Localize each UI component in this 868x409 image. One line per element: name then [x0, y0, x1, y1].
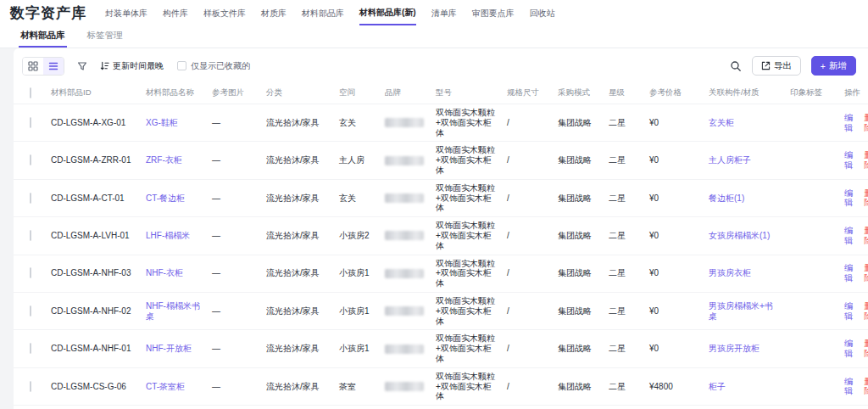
related-component-link[interactable]: 主人房柜子: [709, 155, 751, 165]
cell-ref-image: —: [212, 268, 220, 277]
select-all-checkbox[interactable]: [30, 87, 31, 98]
list-view-button[interactable]: [43, 58, 64, 75]
edit-action[interactable]: 编辑: [844, 113, 857, 133]
related-component-link[interactable]: 男孩房衣柜: [709, 268, 751, 277]
view-toggle: [22, 57, 64, 76]
cell-model: 双饰面实木颗粒+双饰面实木柜体: [429, 104, 500, 142]
cell-material-id: CD-LGSM-A-NHF-02: [44, 292, 139, 329]
edit-action[interactable]: 编辑: [844, 301, 857, 322]
nav-item-0[interactable]: 封装单体库: [105, 1, 147, 25]
cell-brand: [378, 367, 429, 405]
nav-item-2[interactable]: 样板文件库: [203, 1, 246, 25]
cell-star-level: 二星: [602, 292, 643, 329]
nav-item-3[interactable]: 材质库: [261, 1, 287, 25]
related-component-link[interactable]: 男孩房榻榻米+书桌: [709, 301, 773, 321]
tab-0[interactable]: 材料部品库: [19, 25, 67, 48]
nav-item-4[interactable]: 材料部品库: [302, 1, 344, 25]
related-component-link[interactable]: 柜子: [709, 382, 726, 391]
material-name-link[interactable]: ZRF-衣柜: [146, 155, 182, 165]
favorites-filter[interactable]: 仅显示已收藏的: [177, 60, 250, 72]
cell-impression-tags: [783, 330, 837, 367]
sort-control[interactable]: 更新时间最晚: [100, 60, 164, 72]
add-button[interactable]: + 新增: [811, 56, 856, 76]
column-header-9: 星级: [602, 82, 643, 104]
related-component-link[interactable]: 女孩房榻榻米(1): [709, 231, 770, 240]
cell-price: ¥0: [643, 330, 702, 367]
material-name-link[interactable]: CT-茶室柜: [146, 382, 185, 391]
cell-material-id: CD-LGSM-A-XG-01: [44, 104, 139, 142]
column-header-8: 采购模式: [551, 82, 602, 104]
row-checkbox[interactable]: [30, 230, 31, 241]
cell-brand: [378, 255, 429, 292]
nav-item-7[interactable]: 审图要点库: [472, 1, 515, 25]
delete-action[interactable]: 删除: [865, 377, 868, 397]
column-header-6: 型号: [429, 82, 500, 104]
delete-action[interactable]: 删除: [865, 113, 868, 133]
row-actions: 编辑 删除: [844, 226, 868, 246]
edit-action[interactable]: 编辑: [844, 188, 857, 209]
search-button[interactable]: [730, 60, 742, 72]
row-checkbox[interactable]: [30, 381, 31, 392]
cell-impression-tags: [783, 179, 837, 216]
cell-impression-tags: [783, 142, 837, 179]
cell-purchase-mode: 集团战略: [551, 292, 602, 329]
nav-item-6[interactable]: 清单库: [431, 1, 457, 25]
cell-ref-image: —: [212, 118, 220, 127]
nav-item-1[interactable]: 构件库: [163, 1, 188, 25]
row-checkbox[interactable]: [30, 154, 31, 165]
edit-action[interactable]: 编辑: [844, 150, 857, 171]
export-label: 导出: [774, 60, 792, 72]
delete-action[interactable]: 删除: [865, 150, 868, 171]
row-actions: 编辑 删除: [844, 113, 868, 133]
tab-1[interactable]: 标签管理: [86, 25, 125, 48]
row-checkbox[interactable]: [30, 305, 31, 317]
edit-action[interactable]: 编辑: [844, 263, 857, 283]
material-name-link[interactable]: NHF-开放柜: [146, 344, 192, 353]
row-checkbox[interactable]: [30, 343, 31, 354]
cell-size: /: [500, 142, 551, 179]
cell-ref-image: —: [212, 193, 220, 203]
delete-action[interactable]: 删除: [865, 263, 868, 283]
material-name-link[interactable]: NHF-榻榻米书桌: [146, 301, 200, 321]
table-row: CD-LGSM-A-NHF-03 NHF-衣柜 — 流光拾沐/家具 小孩房1 双…: [14, 255, 868, 292]
cell-size: /: [500, 292, 551, 329]
edit-action[interactable]: 编辑: [844, 377, 857, 397]
related-component-link[interactable]: 餐边柜(1): [709, 193, 744, 203]
app-title: 数字资产库: [10, 3, 86, 23]
delete-action[interactable]: 删除: [865, 301, 868, 322]
column-header-4: 空间: [332, 82, 378, 104]
delete-action[interactable]: 删除: [865, 188, 868, 209]
related-component-link[interactable]: 玄关柜: [709, 118, 734, 127]
row-checkbox[interactable]: [30, 193, 31, 204]
cell-brand: [378, 217, 429, 255]
edit-action[interactable]: 编辑: [844, 339, 857, 359]
material-name-link[interactable]: NHF-衣柜: [146, 268, 183, 277]
grid-view-button[interactable]: [23, 58, 43, 75]
column-header-3: 分类: [259, 82, 332, 104]
material-name-link[interactable]: CT-餐边柜: [146, 193, 185, 203]
favorites-checkbox[interactable]: [177, 61, 186, 70]
material-name-link[interactable]: XG-鞋柜: [146, 118, 178, 127]
export-button[interactable]: 导出: [752, 56, 801, 76]
cell-space: 小孩房2: [332, 217, 378, 255]
column-header-2: 参考图片: [205, 82, 259, 104]
cell-space: 茶室: [332, 367, 378, 405]
nav-item-5[interactable]: 材料部品库(新): [359, 0, 416, 25]
cell-price: ¥0: [643, 217, 702, 255]
row-checkbox[interactable]: [30, 117, 31, 128]
cell-size: /: [500, 104, 551, 142]
table-body: CD-LGSM-A-XG-01 XG-鞋柜 — 流光拾沐/家具 玄关 双饰面实木…: [14, 104, 868, 409]
material-name-link[interactable]: LHF-榻榻米: [146, 231, 190, 240]
nav-item-8[interactable]: 回收站: [530, 1, 555, 25]
cell-ref-image: —: [212, 231, 220, 240]
filter-button[interactable]: [73, 58, 92, 75]
edit-action[interactable]: 编辑: [844, 226, 857, 246]
cell-model: 双饰面实木颗粒+双饰面实木柜体: [429, 179, 500, 216]
delete-action[interactable]: 删除: [865, 226, 868, 246]
cell-impression-tags: [783, 217, 837, 255]
row-checkbox[interactable]: [30, 267, 31, 278]
delete-action[interactable]: 删除: [865, 339, 868, 359]
list-view-icon: [48, 61, 58, 71]
related-component-link[interactable]: 男孩房开放柜: [709, 344, 760, 353]
cell-size: /: [500, 330, 551, 367]
